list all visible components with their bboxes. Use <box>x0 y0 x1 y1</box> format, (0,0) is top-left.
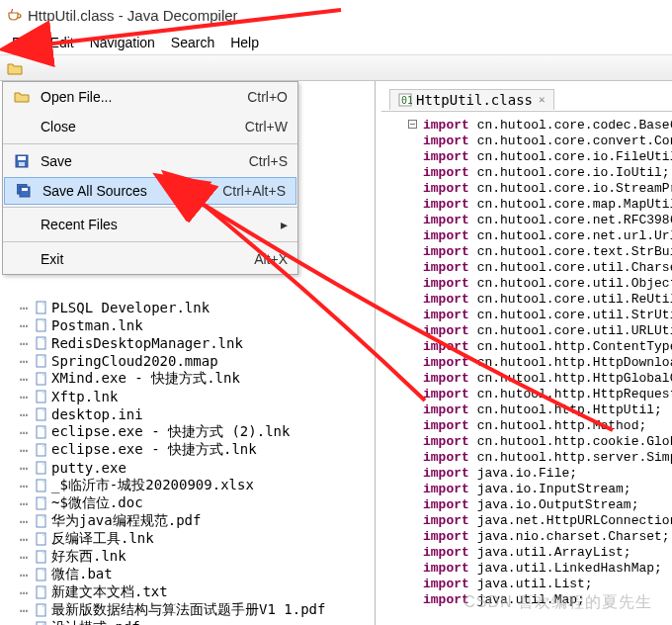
save-icon <box>13 154 31 168</box>
gutter <box>401 134 423 149</box>
tree-item[interactable]: ⋯Xftp.lnk <box>0 388 375 405</box>
code-text: import cn.hutool.core.util.CharsetUt <box>423 260 672 276</box>
tree-item[interactable]: ⋯desktop.ini <box>0 405 375 423</box>
tree-item[interactable]: ⋯好东西.lnk <box>0 548 375 566</box>
code-text: import cn.hutool.core.map.MapUtil; <box>423 197 672 213</box>
gutter <box>401 276 423 292</box>
menu-file[interactable]: File <box>4 31 42 54</box>
tree-twisty: ⋯ <box>20 371 34 387</box>
code-line: import cn.hutool.http.server.SimpleS <box>401 450 672 466</box>
tree-item[interactable]: ⋯反编译工具.lnk <box>0 530 375 548</box>
tree-item-label: Xftp.lnk <box>51 389 118 404</box>
file-icon <box>34 371 49 387</box>
code-text: import cn.hutool.http.Method; <box>423 418 646 434</box>
gutter <box>401 418 423 434</box>
code-line: import cn.hutool.core.map.MapUtil; <box>401 197 672 213</box>
menu-item-save-all-sources[interactable]: Save All Sources Ctrl+Alt+S <box>4 177 296 205</box>
menu-item-exit[interactable]: Exit Alt+X <box>3 244 297 274</box>
file-icon <box>34 353 49 369</box>
gutter <box>401 181 423 197</box>
code-line: import java.io.File; <box>401 466 672 482</box>
tree-twisty: ⋯ <box>20 513 34 529</box>
code-line: import cn.hutool.http.HttpRequest; <box>401 387 672 402</box>
code-text: import cn.hutool.core.codec.Base64; <box>423 118 672 134</box>
gutter <box>401 497 423 513</box>
tree-twisty: ⋯ <box>20 531 34 547</box>
toolbar-open-icon[interactable] <box>6 59 24 77</box>
code-line: import java.io.InputStream; <box>401 482 672 497</box>
code-line: import cn.hutool.core.net.RFC3986; <box>401 213 672 228</box>
tree-twisty: ⋯ <box>20 584 34 600</box>
tree-item[interactable]: ⋯putty.exe <box>0 459 375 477</box>
menu-item-shortcut: Ctrl+O <box>247 89 288 105</box>
code-line: import cn.hutool.core.util.ObjectUti <box>401 276 672 292</box>
tree-item[interactable]: ⋯XMind.exe - 快捷方式.lnk <box>0 370 375 388</box>
menu-sep <box>3 143 297 144</box>
gutter <box>401 213 423 228</box>
menu-edit[interactable]: Edit <box>42 31 82 54</box>
menu-item-close[interactable]: Close Ctrl+W <box>3 112 297 141</box>
code-line: import cn.hutool.core.io.FileUtil; <box>401 149 672 165</box>
tree-item-label: RedisDesktopManager.lnk <box>51 335 243 351</box>
tree-item-label: _$临沂市-城投20200909.xlsx <box>51 477 254 494</box>
tree-item[interactable]: ⋯华为java编程规范.pdf <box>0 512 375 530</box>
tree-item[interactable]: ⋯最新版数据结构与算法面试题手册V1 1.pdf <box>0 601 375 619</box>
tree-twisty: ⋯ <box>20 460 34 476</box>
tree-item[interactable]: ⋯~$微信位.doc <box>0 494 375 512</box>
tree-item-label: ~$微信位.doc <box>51 494 143 512</box>
editor-tab[interactable]: 01 HttpUtil.class ✕ <box>389 89 554 110</box>
code-text: import java.util.ArrayList; <box>423 545 631 561</box>
editor-pane: 01 HttpUtil.class ✕ import cn.hutool.cor… <box>376 81 672 625</box>
svg-rect-5 <box>22 188 28 191</box>
tree-twisty: ⋯ <box>20 300 34 315</box>
gutter <box>401 545 423 561</box>
code-text: import cn.hutool.http.ContentType; <box>423 339 672 355</box>
tree-twisty: ⋯ <box>20 549 34 565</box>
tree-item[interactable]: ⋯_$临沂市-城投20200909.xlsx <box>0 477 375 494</box>
menu-search[interactable]: Search <box>163 31 222 54</box>
tree-item-label: eclipse.exe - 快捷方式.lnk <box>51 441 257 459</box>
gutter <box>401 561 423 577</box>
tree-item[interactable]: ⋯RedisDesktopManager.lnk <box>0 334 375 352</box>
gutter <box>401 244 423 260</box>
gutter <box>401 529 423 545</box>
tree-item[interactable]: ⋯SpringCloud2020.mmap <box>0 352 375 370</box>
code-text: import cn.hutool.http.HttpGlobalConf <box>423 371 672 387</box>
menu-navigation[interactable]: Navigation <box>82 31 163 54</box>
tree-item[interactable]: ⋯eclipse.exe - 快捷方式.lnk <box>0 441 375 459</box>
close-icon[interactable]: ✕ <box>539 93 546 106</box>
gutter <box>401 308 423 323</box>
tree-twisty: ⋯ <box>20 424 34 440</box>
gutter <box>401 434 423 450</box>
menu-item-open[interactable]: Open File... Ctrl+O <box>3 82 297 112</box>
code-text: import cn.hutool.http.cookie.GlobalC <box>423 434 672 450</box>
tree-item[interactable]: ⋯Postman.lnk <box>0 316 375 334</box>
code-text: import cn.hutool.core.convert.Conver <box>423 134 672 149</box>
code-text: import java.io.InputStream; <box>423 482 631 497</box>
tree-item-label: Postman.lnk <box>51 317 143 333</box>
code-text: import java.util.List; <box>423 577 593 592</box>
tree-twisty: ⋯ <box>20 335 34 351</box>
code-text: import cn.hutool.core.net.RFC3986; <box>423 213 672 228</box>
tree-item[interactable]: ⋯设计模式.pdf <box>0 619 375 625</box>
file-tree[interactable]: ⋯PLSQL Developer.lnk⋯Postman.lnk⋯RedisDe… <box>0 297 375 625</box>
tree-item[interactable]: ⋯微信.bat <box>0 566 375 583</box>
gutter <box>401 260 423 276</box>
tree-twisty: ⋯ <box>20 602 34 618</box>
menu-help[interactable]: Help <box>222 31 267 54</box>
file-icon <box>34 620 49 625</box>
code-text: import java.io.OutputStream; <box>423 497 638 513</box>
code-area[interactable]: import cn.hutool.core.codec.Base64;impor… <box>381 111 672 608</box>
code-text: import cn.hutool.http.HttpRequest; <box>423 387 672 402</box>
tree-item[interactable]: ⋯新建文本文档.txt <box>0 583 375 601</box>
save-all-icon <box>15 184 33 198</box>
fold-icon[interactable] <box>408 120 417 129</box>
menu-sep <box>3 241 297 242</box>
menu-item-save[interactable]: Save Ctrl+S <box>3 146 297 176</box>
gutter <box>401 228 423 244</box>
menu-item-recent[interactable]: Recent Files ▸ <box>3 210 297 239</box>
tree-item[interactable]: ⋯PLSQL Developer.lnk <box>0 299 375 316</box>
tree-item[interactable]: ⋯eclipse.exe - 快捷方式 (2).lnk <box>0 423 375 441</box>
menu-sep <box>3 207 297 208</box>
svg-rect-1 <box>18 156 26 160</box>
